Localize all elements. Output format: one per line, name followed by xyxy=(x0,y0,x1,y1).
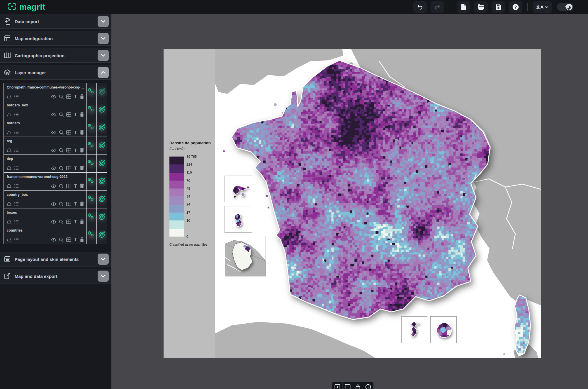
attribute-table-icon[interactable] xyxy=(66,237,71,242)
inset-guyane[interactable] xyxy=(225,236,266,276)
delete-layer-icon[interactable] xyxy=(80,94,84,99)
chevron-button[interactable] xyxy=(98,16,109,27)
legend-list-icon[interactable] xyxy=(14,184,19,188)
language-selector[interactable]: 文A xyxy=(533,1,552,13)
chevron-button[interactable] xyxy=(98,271,109,282)
layer-legend-toggle[interactable] xyxy=(96,101,107,119)
layer-settings-button[interactable]: ⚙⚙ xyxy=(86,226,96,244)
attribute-table-icon[interactable] xyxy=(66,148,71,152)
layer-legend-toggle[interactable] xyxy=(96,83,107,101)
attribute-table-icon[interactable] xyxy=(66,166,71,170)
layer-legend-toggle[interactable] xyxy=(96,137,107,154)
attribute-table-icon[interactable] xyxy=(66,202,71,206)
layer-settings-button[interactable]: ⚙⚙ xyxy=(86,83,96,101)
layer-item[interactable]: Choropleth_france-communes-voronoi-cog-2… xyxy=(4,83,107,101)
legend-list-icon[interactable] xyxy=(14,202,19,206)
zoom-to-layer-icon[interactable] xyxy=(59,148,64,153)
visibility-icon[interactable] xyxy=(51,166,56,170)
inset-guadeloupe[interactable] xyxy=(225,176,252,202)
layer-item[interactable]: countriesT⚙⚙ xyxy=(4,226,107,244)
attribute-table-icon[interactable] xyxy=(66,220,71,224)
delete-layer-icon[interactable] xyxy=(80,201,84,206)
chevron-button[interactable] xyxy=(98,33,109,44)
attribute-table-icon[interactable] xyxy=(66,112,71,117)
new-project-button[interactable] xyxy=(457,1,470,13)
section-page-layout[interactable]: Page layout and skin elements xyxy=(0,252,111,266)
zoom-to-layer-icon[interactable] xyxy=(59,237,64,242)
zoom-to-layer-icon[interactable] xyxy=(59,202,64,206)
delete-layer-icon[interactable] xyxy=(80,130,84,135)
typography-icon[interactable]: T xyxy=(74,166,77,171)
layer-settings-button[interactable]: ⚙⚙ xyxy=(86,208,96,226)
layer-settings-button[interactable]: ⚙⚙ xyxy=(86,101,96,119)
attribute-table-icon[interactable] xyxy=(66,130,71,135)
layer-item[interactable]: borders_boxT⚙⚙ xyxy=(4,101,107,119)
inset-reunion[interactable] xyxy=(430,316,457,343)
zoom-to-layer-icon[interactable] xyxy=(59,184,64,188)
visibility-icon[interactable] xyxy=(51,95,56,99)
delete-layer-icon[interactable] xyxy=(80,112,84,117)
section-cartographic-projection[interactable]: Cartographic projection xyxy=(0,48,111,63)
delete-layer-icon[interactable] xyxy=(80,166,84,171)
chevron-button[interactable] xyxy=(98,67,109,78)
legend-list-icon[interactable] xyxy=(14,94,19,99)
lock-button[interactable] xyxy=(353,382,363,389)
attribute-table-icon[interactable] xyxy=(66,184,71,188)
layer-item[interactable]: country_boxT⚙⚙ xyxy=(4,190,107,208)
section-map-configuration[interactable]: Map configuration xyxy=(0,31,111,46)
legend-list-icon[interactable] xyxy=(14,112,19,117)
typography-icon[interactable]: T xyxy=(74,220,77,224)
layer-legend-toggle[interactable] xyxy=(96,173,107,190)
map-sheet[interactable]: Densité de population (hb / km2) 39 785 … xyxy=(164,49,541,358)
redo-button[interactable] xyxy=(431,1,444,13)
legend-list-icon[interactable] xyxy=(14,237,19,242)
visibility-icon[interactable] xyxy=(51,202,56,206)
delete-layer-icon[interactable] xyxy=(80,219,84,224)
visibility-icon[interactable] xyxy=(51,148,56,152)
save-project-button[interactable] xyxy=(492,1,505,13)
zoom-to-layer-icon[interactable] xyxy=(59,112,64,117)
layer-item[interactable]: depT⚙⚙ xyxy=(4,154,107,173)
layer-legend-toggle[interactable] xyxy=(96,191,107,208)
undo-button[interactable] xyxy=(413,1,427,13)
delete-layer-icon[interactable] xyxy=(80,237,84,242)
inset-mayotte[interactable] xyxy=(401,316,427,343)
layer-legend-toggle[interactable] xyxy=(96,119,107,137)
layer-legend-toggle[interactable] xyxy=(96,155,107,172)
layer-item[interactable]: regT⚙⚙ xyxy=(4,137,107,155)
layer-settings-button[interactable]: ⚙⚙ xyxy=(86,137,96,154)
typography-icon[interactable]: T xyxy=(74,112,77,117)
layer-item[interactable]: bordersT⚙⚙ xyxy=(4,119,107,137)
zoom-to-layer-icon[interactable] xyxy=(59,166,64,171)
layer-settings-button[interactable]: ⚙⚙ xyxy=(86,191,96,208)
zoom-in-button[interactable] xyxy=(332,382,343,389)
chevron-button[interactable] xyxy=(98,50,109,61)
layer-settings-button[interactable]: ⚙⚙ xyxy=(86,155,96,172)
open-project-button[interactable] xyxy=(474,1,488,13)
about-button[interactable]: ? xyxy=(509,1,522,13)
zoom-out-button[interactable] xyxy=(343,382,353,389)
layer-settings-button[interactable]: ⚙⚙ xyxy=(86,119,96,137)
info-button[interactable] xyxy=(363,382,373,389)
layer-settings-button[interactable]: ⚙⚙ xyxy=(86,173,96,190)
section-data-import[interactable]: Data import xyxy=(0,14,111,29)
inset-martinique[interactable] xyxy=(225,206,252,233)
visibility-icon[interactable] xyxy=(51,220,56,224)
visibility-icon[interactable] xyxy=(51,113,56,117)
zoom-to-layer-icon[interactable] xyxy=(59,220,64,224)
visibility-icon[interactable] xyxy=(51,238,56,242)
legend-list-icon[interactable] xyxy=(14,220,19,224)
section-layer-manager[interactable]: Layer manager xyxy=(0,65,111,80)
typography-icon[interactable]: T xyxy=(74,184,77,188)
typography-icon[interactable]: T xyxy=(74,237,77,242)
legend-list-icon[interactable] xyxy=(14,166,19,170)
map-legend[interactable]: Densité de population (hb / km2) 39 785 … xyxy=(169,141,216,150)
typography-icon[interactable]: T xyxy=(74,148,77,153)
delete-layer-icon[interactable] xyxy=(80,148,84,153)
layer-item[interactable]: boxesT⚙⚙ xyxy=(4,208,107,226)
legend-list-icon[interactable] xyxy=(14,130,19,135)
attribute-table-icon[interactable] xyxy=(66,94,71,99)
layer-item[interactable]: france-communes-voronoi-cog-2022T⚙⚙ xyxy=(4,172,107,191)
typography-icon[interactable]: T xyxy=(74,94,77,99)
typography-icon[interactable]: T xyxy=(74,130,77,135)
